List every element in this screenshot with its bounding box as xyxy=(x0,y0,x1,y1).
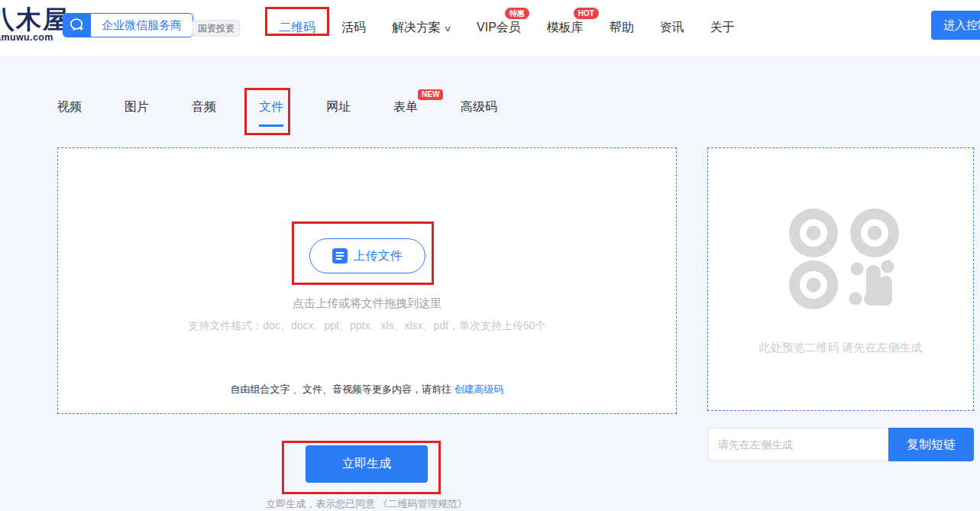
nav-item-label: VIP会员 xyxy=(477,21,521,34)
create-advanced-code-link[interactable]: 创建高级码 xyxy=(454,383,504,395)
logo-title: 八木屋 xyxy=(0,6,70,34)
shortlink-bar: 复制短链 xyxy=(708,428,974,461)
nav-item-about[interactable]: 关于 xyxy=(710,20,735,36)
logo-domain: bamuwu.com xyxy=(0,32,70,43)
agreement-note: 立即生成，表示您已同意 《二维码管理规范》 xyxy=(0,497,733,511)
vip-special-badge: 特惠 xyxy=(505,8,529,19)
upload-hint: 点击上传或将文件拖拽到这里 xyxy=(58,296,676,311)
upload-file-label: 上传文件 xyxy=(354,248,403,264)
generate-button[interactable]: 立即生成 xyxy=(306,445,428,483)
advanced-tip-text: 自由组合文字 、文件、音视频等更多内容，请前往 xyxy=(230,383,454,395)
enter-console-button[interactable]: 进入控制台 xyxy=(931,11,980,40)
upload-file-button[interactable]: 上传文件 xyxy=(309,238,425,273)
nav-item-label: 资讯 xyxy=(660,21,684,34)
tab-video[interactable]: 视频 xyxy=(57,99,82,127)
nav-item-label: 关于 xyxy=(710,21,735,34)
preview-placeholder-text: 此处预览二维码 请先在左侧生成 xyxy=(708,341,973,355)
nav-item-label: 模板库 xyxy=(547,21,584,34)
logo[interactable]: 八木屋 bamuwu.com xyxy=(0,6,70,43)
new-badge: NEW xyxy=(418,89,443,100)
nav-item-livecode[interactable]: 活码 xyxy=(341,20,366,36)
wechat-service-badge[interactable]: 企业微信服务商 xyxy=(63,13,193,37)
tab-audio[interactable]: 音频 xyxy=(192,99,216,127)
nav-item-label: 解决方案 xyxy=(392,21,441,34)
shortlink-input[interactable] xyxy=(708,428,888,461)
qrcode-placeholder-icon xyxy=(789,209,900,310)
nav-item-label: 二维码 xyxy=(279,21,315,34)
nav-item-templates[interactable]: 模板库 HOT xyxy=(547,20,584,36)
tab-form-label: 表单 xyxy=(393,100,418,113)
main-nav: 二维码 活码 解决方案∨ VIP会员 特惠 模板库 HOT 帮助 资讯 关于 xyxy=(279,0,735,56)
tab-image[interactable]: 图片 xyxy=(125,99,149,127)
nav-item-solutions[interactable]: 解决方案∨ xyxy=(392,20,451,36)
tab-file[interactable]: 文件 xyxy=(259,99,283,127)
nav-item-news[interactable]: 资讯 xyxy=(660,20,684,36)
nav-item-vip[interactable]: VIP会员 特惠 xyxy=(477,20,521,36)
wechat-bubble-icon xyxy=(63,14,91,37)
chevron-down-icon: ∨ xyxy=(443,24,451,34)
advanced-code-tip: 自由组合文字 、文件、音视频等更多内容，请前往 创建高级码 xyxy=(58,383,676,396)
agreement-text: 立即生成，表示您已同意 xyxy=(266,498,378,509)
category-tabs: 视频 图片 音频 文件 网址 表单 NEW 高级码 xyxy=(57,99,497,127)
top-header: 八木屋 bamuwu.com 企业微信服务商 国资投资 二维码 活码 解决方案∨… xyxy=(0,0,980,56)
nav-item-label: 帮助 xyxy=(610,21,634,34)
hot-badge: HOT xyxy=(574,8,599,19)
nav-item-help[interactable]: 帮助 xyxy=(610,20,634,36)
tab-advanced[interactable]: 高级码 xyxy=(461,99,497,127)
tab-form[interactable]: 表单 NEW xyxy=(393,99,418,127)
state-investment-badge: 国资投资 xyxy=(192,20,240,37)
agreement-link[interactable]: 《二维码管理规范》 xyxy=(378,498,467,509)
upload-dropzone[interactable]: 上传文件 点击上传或将文件拖拽到这里 支持文件格式：doc、docx、ppt、p… xyxy=(57,147,677,414)
tab-url[interactable]: 网址 xyxy=(326,99,351,127)
wechat-service-label: 企业微信服务商 xyxy=(91,14,192,37)
qrcode-preview-panel: 此处预览二维码 请先在左侧生成 xyxy=(707,147,974,411)
copy-shortlink-button[interactable]: 复制短链 xyxy=(888,428,974,461)
nav-item-label: 活码 xyxy=(341,21,366,34)
nav-item-qrcode[interactable]: 二维码 xyxy=(279,20,315,36)
document-icon xyxy=(332,248,348,264)
supported-formats-hint: 支持文件格式：doc、docx、ppt、pptx、xls、xlsx、pdf，单次… xyxy=(58,319,676,333)
